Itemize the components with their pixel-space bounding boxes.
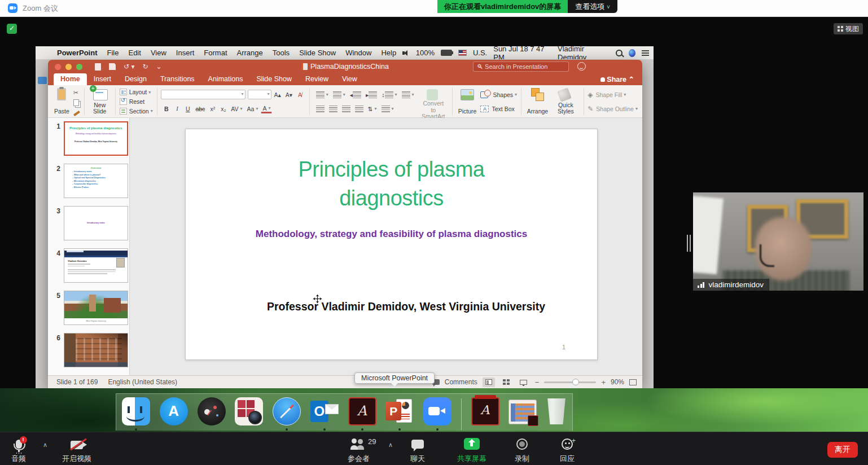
- align-center-button[interactable]: [327, 104, 339, 113]
- menu-help[interactable]: Help: [381, 49, 396, 57]
- share-button[interactable]: Share ⌃: [600, 75, 634, 84]
- new-slide-button[interactable]: New Slide: [87, 87, 112, 116]
- tab-insert[interactable]: Insert: [87, 73, 118, 85]
- picture-button[interactable]: Picture: [455, 87, 480, 116]
- italic-button[interactable]: I: [172, 104, 182, 113]
- tab-home[interactable]: Home: [54, 73, 87, 85]
- dock-acrobat-icon[interactable]: [348, 397, 376, 425]
- quick-styles-button[interactable]: Quick Styles: [551, 87, 580, 116]
- menu-view[interactable]: View: [151, 49, 166, 57]
- dock-safari-icon[interactable]: [273, 397, 301, 425]
- tab-animations[interactable]: Animations: [201, 73, 250, 85]
- volume-icon[interactable]: [402, 50, 410, 56]
- audio-options-caret[interactable]: ∧: [43, 441, 47, 449]
- tab-design[interactable]: Design: [118, 73, 154, 85]
- shape-outline-button[interactable]: ✎Shape Outline▾: [588, 105, 638, 113]
- slide-author[interactable]: Professor Vladimir Demidov, West Virgini…: [186, 300, 597, 313]
- zoom-in-button[interactable]: +: [601, 378, 606, 387]
- shrink-font-button[interactable]: A▾: [284, 90, 294, 99]
- chat-button[interactable]: 聊天: [410, 437, 425, 464]
- input-region[interactable]: U.S.: [473, 49, 487, 57]
- current-slide[interactable]: Principles of plasma diagnostics Methodo…: [185, 129, 598, 360]
- numbering-button[interactable]: ▾: [331, 90, 347, 99]
- record-button[interactable]: 录制: [515, 437, 529, 464]
- slide-thumbnail-3[interactable]: Introductory notes: [64, 206, 128, 240]
- align-right-button[interactable]: [340, 104, 352, 113]
- tab-view[interactable]: View: [335, 73, 364, 85]
- reactions-button[interactable]: + 回应: [560, 437, 575, 464]
- cut-icon[interactable]: ✂: [73, 89, 78, 96]
- view-layout-button[interactable]: 视图: [834, 23, 863, 34]
- menu-insert[interactable]: Insert: [176, 49, 195, 57]
- view-options-button[interactable]: 查看选项 ˅: [568, 0, 617, 13]
- grow-font-button[interactable]: A▴: [272, 90, 282, 99]
- tab-review[interactable]: Review: [299, 73, 335, 85]
- justify-button[interactable]: [353, 104, 365, 113]
- normal-view-button[interactable]: [483, 378, 495, 387]
- menu-app-name[interactable]: PowerPoint: [57, 49, 98, 57]
- clear-formatting-button[interactable]: A̸: [295, 90, 305, 99]
- decrease-indent-button[interactable]: ◂: [348, 90, 363, 99]
- font-size-select[interactable]: [248, 90, 271, 99]
- reset-button[interactable]: Reset: [120, 98, 153, 105]
- spotlight-icon[interactable]: [616, 50, 622, 56]
- menu-file[interactable]: File: [107, 49, 119, 57]
- presenter-view-button[interactable]: [518, 378, 530, 387]
- siri-icon[interactable]: [629, 49, 636, 57]
- align-text-button[interactable]: ▾: [380, 104, 396, 113]
- menubar-user[interactable]: Vladimir Demidov: [558, 45, 610, 62]
- columns-button[interactable]: ▾: [400, 90, 416, 99]
- menu-tools[interactable]: Tools: [273, 49, 290, 57]
- menu-arrange[interactable]: Arrange: [237, 49, 263, 57]
- character-spacing-button[interactable]: AV▾: [229, 104, 244, 113]
- dock-app-store-icon[interactable]: A: [160, 397, 188, 425]
- shapes-button[interactable]: Shapes▾: [480, 91, 517, 98]
- line-spacing-button[interactable]: ↕▾: [380, 90, 398, 99]
- arrange-button[interactable]: Arrange: [524, 87, 551, 116]
- slide-thumbnail-6[interactable]: [64, 333, 128, 367]
- slide-sorter-button[interactable]: [500, 378, 512, 387]
- dock-powerpoint-icon[interactable]: P: [385, 397, 414, 425]
- layout-button[interactable]: Layout▾: [120, 89, 153, 95]
- dock-acrobat-document-icon[interactable]: [471, 397, 499, 425]
- text-box-button[interactable]: AText Box: [480, 106, 517, 112]
- zoom-slider[interactable]: [544, 381, 596, 383]
- dock-finder-icon[interactable]: [122, 397, 150, 425]
- shape-fill-button[interactable]: ◈Shape Fill▾: [588, 91, 638, 99]
- bullets-button[interactable]: ▾: [314, 90, 330, 99]
- dock-trash-icon[interactable]: [546, 397, 567, 424]
- increase-indent-button[interactable]: ▸: [364, 90, 379, 99]
- video-panel-drag-handle[interactable]: [687, 235, 692, 254]
- tab-slide-show[interactable]: Slide Show: [249, 73, 299, 85]
- dock-dashboard-icon[interactable]: [198, 397, 226, 425]
- section-button[interactable]: Section▾: [120, 108, 153, 115]
- search-in-presentation-input[interactable]: 🔍︎ Search in Presentation: [473, 62, 569, 72]
- menu-window[interactable]: Window: [345, 49, 371, 57]
- zoom-out-button[interactable]: −: [535, 378, 540, 387]
- text-direction-button[interactable]: ⇅▾: [366, 104, 379, 113]
- menu-format[interactable]: Format: [204, 49, 227, 57]
- slide-thumbnail-5[interactable]: West Virginia University: [64, 291, 128, 325]
- participants-options-caret[interactable]: ∧: [388, 441, 393, 449]
- copy-icon[interactable]: [73, 99, 79, 106]
- menu-edit[interactable]: Edit: [128, 49, 141, 57]
- start-video-button[interactable]: 开启视频: [62, 437, 91, 464]
- fit-slide-button[interactable]: [629, 379, 637, 385]
- format-painter-icon[interactable]: [73, 110, 80, 116]
- participants-button[interactable]: 29 参会者: [348, 437, 370, 464]
- subscript-button[interactable]: x₂: [218, 104, 228, 113]
- slide-thumbnail-2[interactable]: Overview Introductory notes What and whe…: [64, 164, 128, 198]
- slide-thumbnail-4[interactable]: Vladimir Demidov: [64, 248, 128, 283]
- slide-subtitle[interactable]: Methodology, strategy and feasibility of…: [186, 229, 597, 240]
- slide-title[interactable]: Principles of plasma diagnostics: [256, 155, 527, 213]
- bold-button[interactable]: B: [161, 104, 171, 113]
- tab-transitions[interactable]: Transitions: [154, 73, 201, 85]
- change-case-button[interactable]: Aa▾: [246, 104, 260, 113]
- dock-outlook-icon[interactable]: O: [310, 397, 339, 425]
- underline-button[interactable]: U: [183, 104, 192, 113]
- font-name-select[interactable]: [161, 90, 246, 99]
- dock-zoom-icon[interactable]: [423, 397, 451, 425]
- align-left-button[interactable]: [314, 104, 326, 113]
- menu-slide-show[interactable]: Slide Show: [299, 49, 336, 57]
- menubar-clock[interactable]: Sun Jul 18 7 47 PM: [493, 45, 551, 62]
